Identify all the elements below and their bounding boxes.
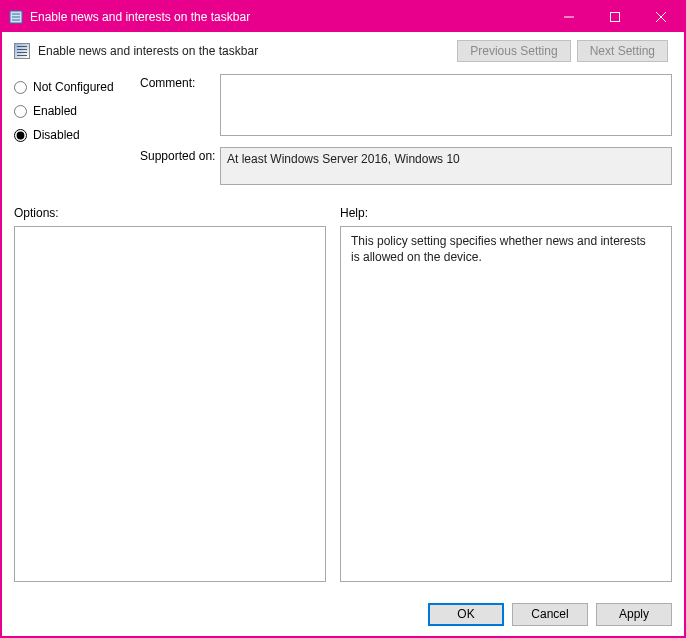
options-panel — [14, 226, 326, 582]
ok-button[interactable]: OK — [428, 603, 504, 626]
svg-rect-5 — [611, 13, 620, 22]
help-panel: This policy setting specifies whether ne… — [340, 226, 672, 582]
header: Enable news and interests on the taskbar… — [2, 32, 684, 64]
titlebar: Enable news and interests on the taskbar — [2, 2, 684, 32]
radio-disabled-input[interactable] — [14, 129, 27, 142]
comment-label: Comment: — [140, 74, 220, 90]
radio-not-configured[interactable]: Not Configured — [14, 80, 126, 94]
fields-section: Comment: Supported on: — [140, 74, 672, 196]
next-setting-button[interactable]: Next Setting — [577, 40, 668, 62]
radio-not-configured-label: Not Configured — [33, 80, 114, 94]
radio-enabled[interactable]: Enabled — [14, 104, 126, 118]
app-icon — [8, 9, 24, 25]
comment-input[interactable] — [220, 74, 672, 136]
help-column: Help: This policy setting specifies whet… — [340, 206, 672, 582]
help-label: Help: — [340, 206, 672, 220]
cancel-button[interactable]: Cancel — [512, 603, 588, 626]
radio-disabled[interactable]: Disabled — [14, 128, 126, 142]
policy-icon — [14, 43, 30, 59]
policy-title: Enable news and interests on the taskbar — [38, 44, 457, 58]
lower-section: Options: Help: This policy setting speci… — [2, 200, 684, 582]
window-title: Enable news and interests on the taskbar — [30, 10, 546, 24]
previous-setting-button[interactable]: Previous Setting — [457, 40, 570, 62]
maximize-button[interactable] — [592, 2, 638, 32]
radio-disabled-label: Disabled — [33, 128, 80, 142]
radio-not-configured-input[interactable] — [14, 81, 27, 94]
supported-label: Supported on: — [140, 147, 220, 163]
supported-on-field — [220, 147, 672, 185]
state-radio-group: Not Configured Enabled Disabled — [14, 74, 126, 196]
apply-button[interactable]: Apply — [596, 603, 672, 626]
bottom-bar: OK Cancel Apply — [2, 592, 684, 636]
policy-editor-window: Enable news and interests on the taskbar… — [0, 0, 686, 638]
minimize-button[interactable] — [546, 2, 592, 32]
close-button[interactable] — [638, 2, 684, 32]
options-column: Options: — [14, 206, 326, 582]
radio-enabled-label: Enabled — [33, 104, 77, 118]
upper-section: Not Configured Enabled Disabled Comment:… — [2, 64, 684, 200]
radio-enabled-input[interactable] — [14, 105, 27, 118]
options-label: Options: — [14, 206, 326, 220]
